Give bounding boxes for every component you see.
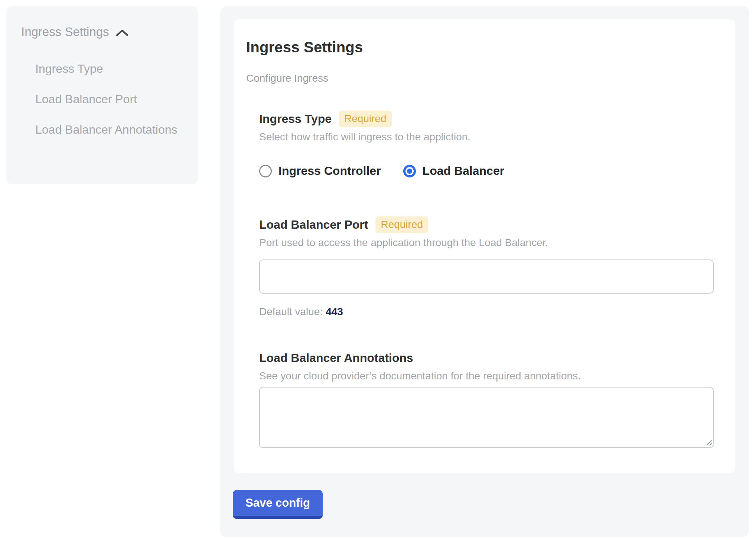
- chevron-up-icon: [115, 28, 129, 37]
- load-balancer-port-label-row: Load Balancer Port Required: [259, 216, 717, 233]
- default-value-row: Default value:443: [259, 306, 717, 318]
- ingress-type-radio-group: Ingress Controller Load Balancer: [259, 164, 717, 178]
- settings-nav-sidebar: Ingress Settings Ingress Type Load Balan…: [6, 6, 198, 184]
- load-balancer-annotations-textarea[interactable]: [259, 387, 714, 448]
- ingress-type-required-badge: Required: [339, 111, 392, 127]
- ingress-type-description: Select how traffic will ingress to the a…: [259, 131, 717, 143]
- load-balancer-annotations-textarea-wrap: [259, 387, 714, 448]
- radio-label-load-balancer: Load Balancer: [423, 164, 505, 178]
- load-balancer-annotations-label-row: Load Balancer Annotations: [259, 349, 717, 366]
- sidebar-item-load-balancer-port[interactable]: Load Balancer Port: [35, 87, 183, 111]
- sidebar-section-label: Ingress Settings: [21, 25, 109, 39]
- sidebar-item-load-balancer-annotations[interactable]: Load Balancer Annotations: [35, 118, 183, 141]
- sidebar-items: Ingress Type Load Balancer Port Load Bal…: [35, 57, 183, 141]
- ingress-type-label: Ingress Type: [259, 110, 332, 127]
- page-subtitle: Configure Ingress: [246, 72, 717, 85]
- field-load-balancer-annotations: Load Balancer Annotations See your cloud…: [259, 349, 717, 448]
- ingress-form: Ingress Type Required Select how traffic…: [259, 110, 717, 448]
- radio-option-ingress-controller[interactable]: Ingress Controller: [259, 164, 381, 178]
- load-balancer-port-description: Port used to access the application thro…: [259, 236, 717, 249]
- radio-unselected-icon[interactable]: [259, 165, 272, 177]
- load-balancer-port-input[interactable]: [259, 259, 714, 294]
- page: Ingress Settings Ingress Type Load Balan…: [0, 0, 756, 539]
- field-load-balancer-port: Load Balancer Port Required Port used to…: [259, 216, 717, 318]
- sidebar-item-ingress-type[interactable]: Ingress Type: [35, 57, 183, 81]
- ingress-settings-card: Ingress Settings Configure Ingress Ingre…: [234, 19, 735, 473]
- radio-label-ingress-controller: Ingress Controller: [278, 164, 381, 178]
- radio-option-load-balancer[interactable]: Load Balancer: [403, 164, 505, 178]
- default-value: 443: [326, 306, 343, 317]
- sidebar-section-ingress-settings[interactable]: Ingress Settings: [21, 25, 183, 39]
- main-panel: Ingress Settings Configure Ingress Ingre…: [220, 6, 749, 537]
- load-balancer-port-required-badge: Required: [375, 216, 428, 233]
- default-value-label: Default value:: [259, 306, 323, 317]
- load-balancer-annotations-description: See your cloud provider’s documentation …: [259, 370, 717, 382]
- page-title: Ingress Settings: [246, 38, 717, 56]
- ingress-type-label-row: Ingress Type Required: [259, 110, 717, 127]
- field-ingress-type: Ingress Type Required Select how traffic…: [259, 110, 717, 178]
- save-config-button[interactable]: Save config: [233, 490, 323, 519]
- radio-selected-icon[interactable]: [403, 165, 416, 177]
- load-balancer-annotations-label: Load Balancer Annotations: [259, 350, 413, 365]
- load-balancer-port-label: Load Balancer Port: [259, 216, 368, 233]
